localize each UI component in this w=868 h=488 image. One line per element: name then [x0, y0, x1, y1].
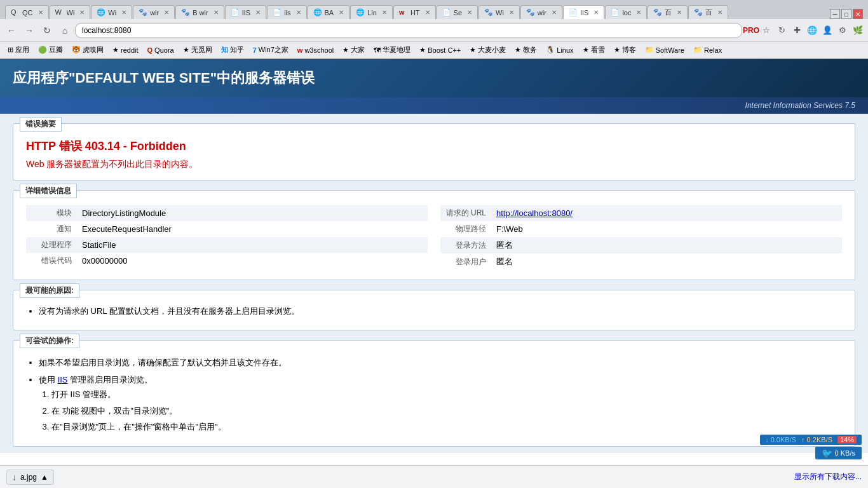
tab-iis1[interactable]: 📄IIS✕ [225, 5, 266, 19]
actions-list: 如果不希望启用目录浏览，请确保配置了默认文档并且该文件存在。 使用 IIS 管理… [39, 355, 842, 435]
tab-wi2[interactable]: 🌐Wi✕ [91, 5, 132, 19]
tab-wi1[interactable]: WWi✕ [50, 5, 91, 19]
notify-value: ExecuteRequestHandler [77, 221, 428, 237]
download-icon: 🐦 [822, 448, 832, 453]
tab-bwir[interactable]: 🐾B wir✕ [175, 5, 224, 19]
detail-two-col: 模块 DirectoryListingModule 通知 ExecuteRequ… [26, 205, 842, 270]
tab-ba[interactable]: 🌐BA✕ [308, 5, 350, 19]
tab-se[interactable]: 📄Se✕ [437, 5, 478, 19]
list-item: 在 功能 视图中，双击"目录浏览"。 [51, 403, 842, 418]
bookmark-quora[interactable]: QQuora [144, 45, 178, 55]
notify-label: 通知 [26, 221, 77, 237]
tab-favicon-wi1: W [55, 8, 64, 17]
error-summary-title: 错误摘要 [20, 117, 62, 132]
maximize-button[interactable]: □ [841, 9, 851, 19]
tab-iis2[interactable]: 📄iis✕ [267, 5, 306, 19]
tab-close-qc[interactable]: ✕ [38, 9, 43, 16]
page-title: 应用程序"DEFAULT WEB SITE"中的服务器错误 [13, 69, 855, 88]
refresh-nav-icon[interactable]: ↻ [775, 24, 788, 37]
error-summary-body: HTTP 错误 403.14 - Forbidden Web 服务器被配置为不列… [13, 135, 855, 180]
module-value: DirectoryListingModule [77, 205, 428, 221]
table-row: 请求的 URL http://localhost:8080/ [440, 205, 842, 221]
table-row: 模块 DirectoryListingModule [26, 205, 428, 221]
bookmark-win7[interactable]: 7Win7之家 [249, 44, 292, 56]
bookmark-damai[interactable]: ★大麦小麦 [466, 44, 510, 56]
table-row: 处理程序 StaticFile [26, 237, 428, 253]
tab-lin[interactable]: 🌐Lin✕ [350, 5, 393, 19]
bookmark-huxiu[interactable]: 🐯虎嗅网 [68, 44, 107, 56]
bookmarks-bar: ⊞应用 🟢豆瓣 🐯虎嗅网 ★reddit QQuora ★无觅网 知知乎 7Wi… [0, 42, 868, 58]
req-url-link[interactable]: http://localhost:8080/ [496, 208, 573, 218]
bookmark-kanxue[interactable]: ★看雪 [579, 44, 609, 56]
detail-body: 模块 DirectoryListingModule 通知 ExecuteRequ… [13, 202, 855, 280]
iis-subheader: Internet Information Services 7.5 [0, 97, 868, 114]
causes-list: 没有为请求的 URL 配置默认文档，并且没有在服务器上启用目录浏览。 [39, 305, 842, 318]
tab-wir2[interactable]: 🐾wir✕ [520, 5, 562, 19]
bookmark-wumi[interactable]: ★无觅网 [179, 44, 216, 56]
bookmark-software[interactable]: 📁SoftWare [641, 44, 688, 55]
bookmark-jiaowu[interactable]: ★教务 [511, 44, 541, 56]
iis-manager-link[interactable]: IIS [58, 375, 68, 384]
tab-ht[interactable]: wHT✕ [393, 5, 436, 19]
tab-qc[interactable]: QQC✕ [5, 5, 49, 19]
star-icon[interactable]: ☆ [760, 24, 773, 37]
minimize-button[interactable]: ─ [830, 9, 840, 19]
table-row: 错误代码 0x00000000 [26, 253, 428, 269]
extension1-icon[interactable]: ✚ [790, 24, 803, 37]
close-button[interactable]: ✕ [853, 9, 863, 19]
causes-title: 最可能的原因: [20, 283, 79, 298]
bookmark-boost[interactable]: ★Boost C++ [416, 44, 465, 55]
bookmark-zhihu[interactable]: 知知乎 [217, 44, 248, 56]
loginuser-value: 匿名 [491, 254, 842, 270]
home-button[interactable]: ⌂ [57, 23, 72, 38]
actions-body: 如果不希望启用目录浏览，请确保配置了默认文档并且该文件存在。 使用 IIS 管理… [13, 352, 855, 447]
refresh-button[interactable]: ↻ [39, 23, 55, 38]
pro-icon[interactable]: PRO [745, 24, 757, 37]
requrl-value: http://localhost:8080/ [491, 205, 842, 221]
tab-favicon-qc: Q [11, 8, 20, 17]
detail-title: 详细错误信息 [20, 184, 77, 198]
error-summary-section: 错误摘要 HTTP 错误 403.14 - Forbidden Web 服务器被… [13, 123, 855, 180]
handler-value: StaticFile [77, 237, 428, 253]
forward-button[interactable]: → [22, 23, 37, 38]
detail-left-col: 模块 DirectoryListingModule 通知 ExecuteRequ… [26, 205, 428, 270]
bookmark-relax[interactable]: 📁Relax [689, 44, 726, 55]
speed-kb-bar: 🐦 0 KB/s [815, 447, 862, 453]
speed-download: ↓ 0.0KB/S [765, 436, 796, 444]
actions-title: 可尝试的操作: [20, 334, 79, 348]
nav-icons: PRO ☆ ↻ ✚ 🌐 👤 ⚙ 🌿 [745, 24, 864, 37]
table-row: 通知 ExecuteRequestHandler [26, 221, 428, 237]
tab-wir1[interactable]: 🐾wir✕ [133, 5, 175, 19]
globe-icon[interactable]: 🌐 [806, 24, 818, 37]
tab-wi3[interactable]: 🐾Wi✕ [478, 5, 520, 19]
detail-right-table: 请求的 URL http://localhost:8080/ 物理路径 F:\W… [440, 205, 842, 270]
speed-percent: 14% [837, 436, 857, 444]
bookmark-w3school[interactable]: ww3school [294, 45, 337, 55]
user-icon[interactable]: 👤 [821, 24, 834, 37]
bookmark-douban[interactable]: 🟢豆瓣 [34, 44, 67, 56]
kb-rate: 0 KB/s [835, 449, 855, 453]
errcode-label: 错误代码 [26, 253, 77, 269]
causes-body: 没有为请求的 URL 配置默认文档，并且没有在服务器上启用目录浏览。 [13, 302, 855, 330]
physpath-label: 物理路径 [440, 221, 491, 237]
bookmark-reddit[interactable]: ★reddit [109, 44, 142, 55]
bookmark-huaxia[interactable]: 🗺华夏地理 [370, 44, 414, 56]
back-button[interactable]: ← [4, 23, 19, 38]
tab-loc[interactable]: 📄loc✕ [605, 5, 647, 19]
bookmark-dajia[interactable]: ★大家 [339, 44, 369, 56]
sub-steps-list: 打开 IIS 管理器。 在 功能 视图中，双击"目录浏览"。 在"目录浏览"页上… [51, 387, 842, 434]
settings-icon[interactable]: ⚙ [836, 24, 849, 37]
tab-iis-active[interactable]: 📄IIS✕ [563, 5, 604, 19]
tab-bai1[interactable]: 🐾百✕ [648, 5, 688, 19]
detail-section: 详细错误信息 模块 DirectoryListingModule 通知 Exec… [13, 190, 855, 280]
bookmark-linux[interactable]: 🐧Linux [542, 44, 577, 55]
leaf-icon[interactable]: 🌿 [851, 24, 864, 37]
bookmark-boke[interactable]: ★博客 [610, 44, 640, 56]
loginmethod-label: 登录方法 [440, 237, 491, 254]
physpath-value: F:\Web [491, 221, 842, 237]
address-bar[interactable] [75, 23, 742, 38]
bookmark-apps[interactable]: ⊞应用 [4, 44, 33, 56]
tab-bai2[interactable]: 🐾百✕ [688, 5, 728, 19]
module-label: 模块 [26, 205, 77, 221]
list-item: 如果不希望启用目录浏览，请确保配置了默认文档并且该文件存在。 [39, 355, 842, 370]
